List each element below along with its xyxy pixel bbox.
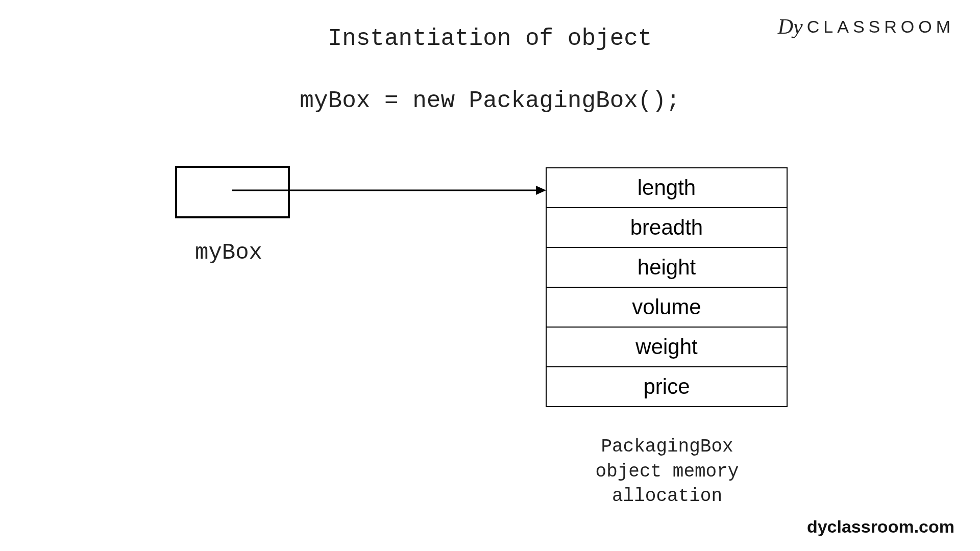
footer-link: dyclassroom.com — [807, 517, 954, 537]
instantiation-code: myBox = new PackagingBox(); — [300, 88, 680, 114]
object-memory-table: length breadth height volume weight pric… — [546, 167, 788, 407]
svg-marker-1 — [536, 186, 546, 195]
field-row: volume — [547, 288, 787, 328]
field-row: length — [547, 168, 787, 208]
object-caption: PackagingBox object memory allocation — [562, 435, 772, 509]
field-row: height — [547, 248, 787, 288]
field-row: weight — [547, 328, 787, 367]
field-row: price — [547, 367, 787, 406]
logo-script: Dy — [778, 14, 803, 39]
pointer-arrow — [232, 183, 546, 198]
reference-variable-label: myBox — [195, 240, 262, 265]
field-row: breadth — [547, 208, 787, 248]
logo-word: CLASSROOM — [807, 17, 954, 37]
brand-logo: Dy CLASSROOM — [778, 14, 954, 39]
diagram-title: Instantiation of object — [328, 26, 652, 52]
